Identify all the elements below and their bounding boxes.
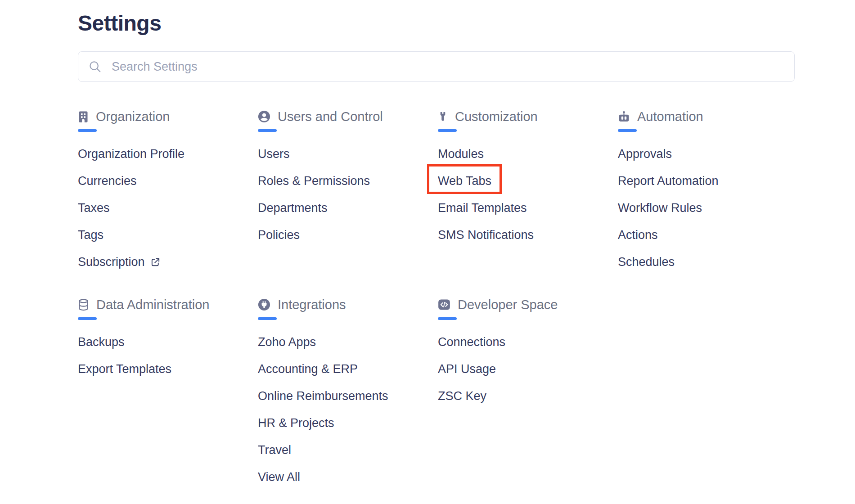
- link-roles-permissions[interactable]: Roles & Permissions: [258, 167, 438, 194]
- section-title: Users and Control: [278, 109, 383, 124]
- building-icon: [78, 111, 89, 123]
- settings-sections-grid: Organization Organization Profile Curren…: [78, 110, 798, 490]
- link-travel[interactable]: Travel: [258, 436, 438, 464]
- section-underline: [258, 129, 277, 132]
- section-users-and-control: Users and Control Users Roles & Permissi…: [258, 110, 438, 248]
- section-header-developer-space: Developer Space: [438, 298, 618, 311]
- section-header-data-administration: Data Administration: [78, 298, 258, 311]
- link-backups[interactable]: Backups: [78, 328, 258, 356]
- section-automation: Automation Approvals Report Automation W…: [618, 110, 798, 275]
- link-approvals[interactable]: Approvals: [618, 140, 798, 167]
- section-title: Integrations: [278, 297, 346, 312]
- section-items: Connections API Usage ZSC Key: [438, 328, 618, 410]
- section-underline: [78, 317, 97, 320]
- link-api-usage[interactable]: API Usage: [438, 356, 618, 382]
- section-items: Backups Export Templates: [78, 328, 258, 382]
- page-title: Settings: [78, 11, 798, 36]
- section-header-users-and-control: Users and Control: [258, 110, 438, 123]
- section-header-automation: Automation: [618, 110, 798, 123]
- database-icon: [78, 299, 89, 311]
- link-zoho-apps[interactable]: Zoho Apps: [258, 328, 438, 356]
- link-sms-notifications[interactable]: SMS Notifications: [438, 221, 618, 248]
- code-icon: [438, 298, 450, 311]
- section-underline: [78, 129, 97, 132]
- link-schedules[interactable]: Schedules: [618, 248, 798, 275]
- section-integrations: Integrations Zoho Apps Accounting & ERP …: [258, 298, 438, 490]
- link-policies[interactable]: Policies: [258, 221, 438, 248]
- user-circle-icon: [258, 110, 270, 123]
- link-report-automation[interactable]: Report Automation: [618, 167, 798, 194]
- link-hr-projects[interactable]: HR & Projects: [258, 410, 438, 436]
- link-online-reimbursements[interactable]: Online Reimbursements: [258, 382, 438, 410]
- section-developer-space: Developer Space Connections API Usage ZS…: [438, 298, 618, 410]
- link-export-templates[interactable]: Export Templates: [78, 356, 258, 382]
- section-items: Organization Profile Currencies Taxes Ta…: [78, 140, 258, 275]
- link-web-tabs[interactable]: Web Tabs: [438, 167, 618, 194]
- section-title: Automation: [637, 109, 703, 124]
- settings-content: Settings Organiz: [78, 0, 798, 490]
- search-icon: [88, 60, 102, 73]
- link-zsc-key[interactable]: ZSC Key: [438, 382, 618, 410]
- section-data-administration: Data Administration Backups Export Templ…: [78, 298, 258, 382]
- link-organization-profile[interactable]: Organization Profile: [78, 140, 258, 167]
- section-title: Customization: [455, 109, 538, 124]
- section-header-organization: Organization: [78, 110, 258, 123]
- link-subscription[interactable]: Subscription: [78, 248, 258, 275]
- search-box: [78, 51, 795, 82]
- section-customization: Customization Modules Web Tabs Email Tem…: [438, 110, 618, 248]
- section-underline: [258, 317, 277, 320]
- section-items: Zoho Apps Accounting & ERP Online Reimbu…: [258, 328, 438, 490]
- search-input[interactable]: [112, 60, 784, 74]
- link-taxes[interactable]: Taxes: [78, 194, 258, 221]
- section-title: Data Administration: [96, 297, 209, 312]
- section-items: Users Roles & Permissions Departments Po…: [258, 140, 438, 248]
- link-connections[interactable]: Connections: [438, 328, 618, 356]
- link-accounting-erp[interactable]: Accounting & ERP: [258, 356, 438, 382]
- link-modules[interactable]: Modules: [438, 140, 618, 167]
- external-link-icon: [150, 257, 161, 267]
- link-email-templates[interactable]: Email Templates: [438, 194, 618, 221]
- settings-page: { "page": { "title": "Settings" }, "sear…: [0, 0, 855, 504]
- link-view-all[interactable]: View All: [258, 464, 438, 490]
- section-items: Approvals Report Automation Workflow Rul…: [618, 140, 798, 275]
- link-tags[interactable]: Tags: [78, 221, 258, 248]
- section-underline: [438, 317, 457, 320]
- plug-circle-icon: [258, 298, 270, 311]
- link-currencies[interactable]: Currencies: [78, 167, 258, 194]
- section-underline: [438, 129, 457, 132]
- section-organization: Organization Organization Profile Curren…: [78, 110, 258, 275]
- section-title: Organization: [96, 109, 170, 124]
- robot-icon: [618, 111, 630, 123]
- section-title: Developer Space: [458, 297, 558, 312]
- link-workflow-rules[interactable]: Workflow Rules: [618, 194, 798, 221]
- link-departments[interactable]: Departments: [258, 194, 438, 221]
- wrench-icon: [438, 111, 448, 123]
- section-items: Modules Web Tabs Email Templates SMS Not…: [438, 140, 618, 248]
- section-underline: [618, 129, 637, 132]
- link-users[interactable]: Users: [258, 140, 438, 167]
- section-header-customization: Customization: [438, 110, 618, 123]
- section-header-integrations: Integrations: [258, 298, 438, 311]
- link-actions[interactable]: Actions: [618, 221, 798, 248]
